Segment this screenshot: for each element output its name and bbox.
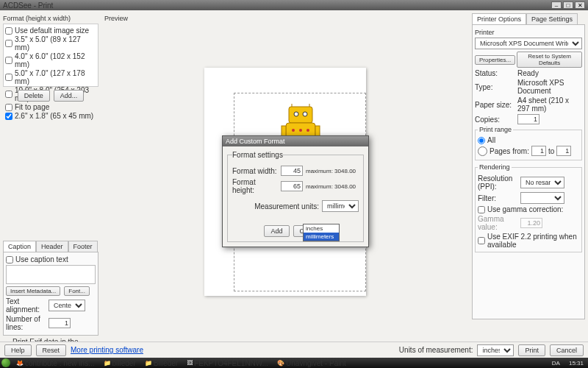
printer-select[interactable]: Microsoft XPS Document Writer [475,38,582,49]
format-width-input[interactable] [281,166,303,176]
svg-point-6 [306,129,309,132]
svg-rect-0 [289,107,312,123]
help-button[interactable]: Help [4,344,32,356]
caption-tabs: Caption Header Footer [3,241,98,252]
reset-button[interactable]: Reset [36,344,67,356]
more-software-link[interactable]: More printing software [71,346,143,354]
add-button[interactable]: Add... [54,90,85,102]
tab-printer-options[interactable]: Printer Options [472,13,526,24]
taskbar-item[interactable]: 🦊contribute : new ins... [13,359,98,367]
tab-page-settings[interactable]: Page Settings [526,13,578,24]
taskbar-lang[interactable]: DA [549,360,563,367]
range-all-radio[interactable]: All [478,136,579,144]
num-lines-input[interactable] [49,318,71,328]
taskbar-item[interactable]: 🎨Unavngivet - Paint [274,359,349,367]
add-custom-format-dialog: Add Custom Format Format settings Format… [222,135,369,247]
range-pages-radio[interactable] [478,146,487,156]
gamma-checkbox[interactable]: Use gamma correction: [478,205,579,213]
pages-to-input[interactable] [556,146,571,156]
svg-point-4 [292,129,295,132]
dialog-add-button[interactable]: Add [264,225,289,237]
caption-textarea[interactable] [6,265,96,284]
format-opt[interactable]: 5.0" x 7.0" (127 x 178 mm) [5,69,96,85]
right-panel: Printer Options Page Settings Printer Mi… [469,10,588,358]
text-align-select[interactable]: Center [49,300,85,311]
resolution-select[interactable]: No resample [520,177,564,188]
delete-button[interactable]: Delete [18,90,50,102]
svg-point-1 [294,112,298,116]
caption-panel: Use caption text Insert Metadata... Font… [3,252,98,336]
left-panel: Format (height x width) Use default imag… [0,10,101,358]
filter-select[interactable] [520,192,564,204]
cancel-button[interactable]: Cancel [550,344,584,356]
start-orb[interactable] [1,358,10,367]
tab-header[interactable]: Header [36,241,68,252]
footer: Help Reset More printing software Units … [0,342,588,358]
units-option-inches[interactable]: inches [304,224,339,233]
maximize-button[interactable]: □ [563,1,573,9]
reset-defaults-button[interactable]: Reset to System Defaults [517,52,582,68]
close-button[interactable]: ✕ [575,1,585,9]
format-opt[interactable]: Use default image size [5,26,96,35]
copies-input[interactable] [517,114,539,124]
format-opt[interactable]: 4.0" x 6.0" (102 x 152 mm) [5,52,96,68]
taskbar-item[interactable]: 📁Billeder [142,359,181,367]
properties-button[interactable]: Properties... [475,55,515,65]
tab-caption[interactable]: Caption [3,241,36,252]
exif-printing-checkbox[interactable]: Use EXIF 2.2 printing when available [478,233,579,249]
print-button[interactable]: Print [518,344,545,356]
units-select[interactable]: inches [477,344,514,356]
units-option-millimeters[interactable]: millimeters [304,233,339,241]
window-title: ACDSee - Print [3,1,550,10]
taskbar: 🦊contribute : new ins... 📁billeder 📁Bill… [0,358,588,368]
svg-point-5 [299,129,302,132]
format-height-input[interactable] [281,181,303,191]
taskbar-item[interactable]: 🖼FEKPTO4FEL1NNW... [184,359,271,367]
measurement-units-select[interactable]: millimeters [322,200,359,212]
format-label: Format (height x width) [3,15,98,22]
insert-metadata-button[interactable]: Insert Metadata... [6,286,60,296]
format-opt[interactable]: 3.5" x 5.0" (89 x 127 mm) [5,35,96,52]
units-dropdown: inches millimeters [303,224,340,241]
preview-label: Preview [104,15,466,22]
minimize-button[interactable]: – [551,1,562,9]
taskbar-item[interactable]: 📁billeder [101,359,139,367]
gamma-value-input [520,218,542,228]
font-button[interactable]: Font... [64,286,90,296]
format-list: Use default image size 3.5" x 5.0" (89 x… [3,24,98,87]
tab-footer[interactable]: Footer [68,241,98,252]
use-caption-checkbox[interactable]: Use caption text [6,255,96,263]
svg-point-2 [303,112,307,116]
titlebar: ACDSee - Print – □ ✕ [0,0,588,10]
taskbar-clock: 15:31 [566,360,587,367]
pages-from-input[interactable] [531,146,546,156]
dialog-title: Add Custom Format [223,136,368,146]
